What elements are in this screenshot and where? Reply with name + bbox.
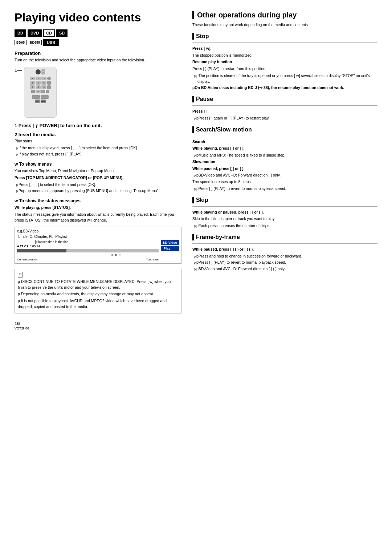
play-badge: Play (161, 246, 179, 251)
remote-num5: 5 (36, 81, 41, 85)
show-status-text: The status messages give you information… (15, 212, 181, 223)
stop-note1: pThe position is cleared if the tray is … (192, 73, 377, 85)
status-diagram: e.g.BD-Video T: Title, C: Chapter, PL: P… (15, 227, 181, 264)
diagram-main: Elapsed time in the title ■ T1 C1 0:05.1… (17, 240, 179, 261)
right-column: Other operations during play These funct… (192, 11, 377, 330)
remote-btn-side (47, 81, 51, 85)
badge-cd: CD (43, 29, 55, 37)
page-title: Playing video contents (15, 11, 181, 24)
show-menus-bullet1: Press [ , , , ] to select the item and p… (15, 182, 181, 188)
diagram-badges: BD-Video Play (161, 240, 179, 251)
frame-by-frame-title: Frame-by-frame (192, 234, 377, 240)
frame-note1: pPress and hold to change in succession … (192, 254, 377, 259)
pause-section: Pause Press [ ]. pPress [ ] again or [ ]… (192, 96, 377, 121)
step1-num-label: 1 (15, 123, 19, 128)
remote-num9: 9 (41, 85, 46, 89)
media-badges-row2: BD65 BD655 USB (15, 39, 181, 46)
slow-note1: pBD-Video and AVCHD: Forward direction [… (192, 173, 377, 178)
preparation-title: Preparation (15, 50, 181, 56)
remote-btn-right (47, 77, 51, 80)
remote-num2: 2 (36, 77, 41, 80)
step2-text: Insert the media. (19, 132, 56, 137)
remote-illustration: 1 2 3 4 5 6 7 8 9 (24, 67, 57, 118)
diagram-left: Elapsed time in the title ■ T1 C1 0:05.1… (17, 240, 159, 261)
remote-btn-right2 (47, 85, 51, 89)
badge-bd: BD (15, 29, 26, 37)
search-slow-title: Search/Slow-motion (192, 126, 377, 133)
diagram-eg-label: e.g.BD-Video (17, 229, 179, 233)
remote-num7: 7 (30, 85, 35, 89)
elapsed-line (35, 240, 36, 244)
slow-title: Slow-motion (192, 159, 377, 165)
step2-heading: 2 Insert the media. (15, 132, 181, 137)
pause-title: Pause (192, 96, 377, 102)
badge-bd65: BD65 (15, 40, 26, 45)
remote-misc3 (46, 90, 49, 93)
show-status-title: w To show the status messages (15, 198, 181, 203)
frame-text: While paused, press [ ] ( ) or [ ] ( ). (192, 247, 377, 252)
skip-text: While playing or paused, press [ ] or [ … (192, 210, 377, 215)
current-position-label: Current position (17, 258, 37, 261)
step2-bullet2: If play does not start, press [ ] (PLAY)… (15, 151, 181, 157)
frame-by-frame-section: Frame-by-frame While paused, press [ ] (… (192, 234, 377, 272)
stop-memorized: The stopped position is memorized. (192, 53, 377, 58)
total-time-label: Total time (146, 258, 158, 261)
page-footer: 16 VQT2H86 (15, 321, 181, 330)
badge-usb: USB (43, 39, 59, 46)
pause-text: pPress [ ] again or [ ] (PLAY) to restar… (192, 116, 377, 121)
stop-title: Stop (192, 33, 377, 40)
pause-press-label: Press [ ]. (192, 109, 377, 114)
show-menus-bold: Press [TOP MENU/DIRECT NAVIGATOR] or [PO… (15, 175, 181, 181)
stop-press-label: Press [ w]. (192, 46, 377, 52)
show-menus-intro: You can show Top Menu, Direct Navigator … (15, 168, 181, 174)
remote-btn-small (41, 69, 45, 72)
notes-box: □ p DISCS CONTINUE TO ROTATE WHILE MENUS… (15, 269, 181, 313)
stop-divider (192, 42, 377, 43)
resume-title: Resume play function (192, 59, 377, 65)
step2-num-label: 2 (15, 132, 19, 137)
play-starts: Play starts. (15, 138, 181, 144)
search-title: Search (192, 139, 377, 145)
skip-note1: Skip to the title, chapter or track you … (192, 216, 377, 222)
elapsed-label: Elapsed time in the title (36, 240, 68, 244)
slow-note3: pPress [ ] (PLAY) to revert to normal pl… (192, 186, 377, 192)
progress-bar (17, 249, 159, 252)
remote-misc2 (41, 90, 45, 93)
remote-num1: 1 (30, 77, 35, 80)
media-badges-row1: BD DVD CD SD (15, 29, 181, 37)
step2-bullet1: If the menu is displayed, press [ , , , … (15, 145, 181, 151)
slow-note2: The speed increases up to 5 steps. (192, 179, 377, 185)
remote-misc4 (32, 95, 40, 99)
step1-number: 1— (15, 68, 22, 73)
pause-divider (192, 105, 377, 106)
t1c1-label: ■ T1 C1 (17, 244, 28, 248)
remote-power-btn (36, 69, 41, 74)
show-menus-title: w To show menus (15, 162, 181, 167)
stop-note2: pOn BD-Video discs including BD-J (⇒ 38)… (192, 85, 377, 91)
stop-section: Stop Press [ w]. The stopped position is… (192, 33, 377, 91)
page-number: 16 (15, 321, 20, 326)
progress-row: ■ T1 C1 0:05.14 (17, 244, 159, 248)
version-code: VQT2H86 (15, 327, 29, 330)
step1-heading: 1 Press [ ƒ POWER] to turn on the unit. (15, 123, 181, 128)
remote-btn-small2 (41, 72, 45, 74)
remote-num0: 0 (36, 90, 41, 93)
step1-container: 1— 1 2 3 4 5 (15, 67, 181, 118)
time2-label: 0:20.52 (17, 253, 159, 257)
remote-num8: 8 (36, 85, 41, 89)
badge-bd655: BD655 (28, 40, 42, 45)
badge-dvd: DVD (28, 29, 42, 37)
show-status-section: w To show the status messages While play… (15, 198, 181, 264)
skip-section: Skip While playing or paused, press [ ] … (192, 197, 377, 229)
search-text: While playing, press [ ] or [ ]. (192, 146, 377, 151)
resume-text: Press [ ] (PLAY) to restart from this po… (192, 66, 377, 72)
skip-note2: pEach press increases the number of skip… (192, 223, 377, 229)
frame-by-frame-divider (192, 243, 377, 244)
note1: p DISCS CONTINUE TO ROTATE WHILE MENUS A… (18, 279, 178, 291)
search-slow-divider (192, 136, 377, 136)
search-slow-section: Search/Slow-motion Search While playing,… (192, 126, 377, 192)
remote-misc7: RATIO (41, 100, 46, 103)
elapsed-label-row: Elapsed time in the title (17, 240, 159, 244)
remote-misc5 (41, 95, 49, 99)
show-menus-section: w To show menus You can show Top Menu, D… (15, 162, 181, 194)
